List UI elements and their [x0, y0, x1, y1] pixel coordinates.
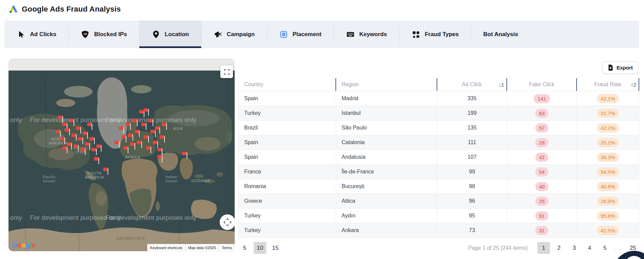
map-flag-marker[interactable] — [155, 126, 160, 134]
fraud-rate-badge: 31.7% — [597, 109, 619, 118]
page-title: Google Ads Fraud Analysis — [22, 5, 121, 14]
fake-click-badge: 28 — [535, 138, 549, 147]
column-header-fake-click[interactable]: Fake Click — [507, 78, 577, 91]
map-flag-marker[interactable] — [130, 142, 136, 150]
map-flag-marker[interactable] — [56, 130, 61, 137]
fake-click-badge: 63 — [535, 109, 549, 118]
ad-click-cell: 199 — [468, 110, 477, 116]
keyboard-shortcuts-link[interactable]: Keyboard shortcuts — [147, 244, 185, 251]
map-flag-marker[interactable] — [83, 132, 88, 139]
map-flag-marker[interactable] — [114, 141, 120, 148]
map-flag-marker[interactable] — [128, 134, 133, 141]
map-flag-marker[interactable] — [146, 146, 152, 154]
page-2[interactable]: 2 — [553, 242, 565, 254]
country-cell: France — [244, 169, 261, 175]
page-1[interactable]: 1 — [537, 242, 550, 254]
page-size-15[interactable]: 15 — [269, 242, 282, 254]
shield-icon: 123 — [81, 30, 90, 39]
fraud-rate-badge: 39.3% — [597, 153, 619, 162]
google-map[interactable]: NORTH AMERICA SOUTH AMERICA ASIA AFRICA … — [9, 71, 235, 251]
page-navigator: Page 1 of 25 (244 items) 12345...25 — [468, 242, 639, 254]
map-flag-marker[interactable] — [94, 157, 99, 165]
map-flag-marker[interactable] — [141, 123, 147, 130]
google-maps-logo[interactable]: Google — [12, 241, 35, 249]
column-header-ad-click[interactable]: Ad Click↓1 — [437, 78, 507, 91]
map-flag-marker[interactable] — [58, 116, 63, 123]
map-flag-marker[interactable] — [148, 119, 154, 126]
export-button[interactable]: Export — [602, 61, 638, 74]
map-pan-control[interactable] — [220, 214, 235, 230]
map-flag-marker[interactable] — [65, 128, 70, 136]
map-data-label: Map data ©2025 — [185, 244, 219, 251]
map-fullscreen-button[interactable] — [220, 65, 233, 78]
map-flag-marker[interactable] — [90, 137, 95, 144]
map-flag-marker[interactable] — [132, 119, 138, 126]
pagination-info: Page 1 of 25 (244 items) — [468, 245, 528, 251]
map-flag-marker[interactable] — [87, 123, 93, 130]
map-flag-marker[interactable] — [76, 126, 81, 134]
map-flag-marker[interactable] — [74, 144, 79, 152]
map-flag-marker[interactable] — [121, 135, 127, 143]
map-label-pacific-ocean: Pacific Ocean — [40, 175, 59, 183]
map-flag-marker[interactable] — [153, 141, 158, 148]
page-4[interactable]: 4 — [583, 242, 596, 254]
map-flag-marker[interactable] — [60, 137, 65, 144]
map-flag-marker[interactable] — [119, 126, 124, 134]
tab-ad-clicks[interactable]: Ad Clicks — [4, 20, 68, 48]
map-flag-marker[interactable] — [62, 146, 68, 154]
map-flag-marker[interactable] — [157, 155, 163, 163]
fullscreen-icon — [224, 69, 230, 75]
map-flag-marker[interactable] — [137, 141, 142, 148]
table-row: RomaniaBucurești984040.8% — [239, 179, 639, 194]
tab-bar: Ad Clicks123Blocked IPsLocationCampaignP… — [4, 20, 639, 48]
map-flag-marker[interactable] — [72, 134, 77, 141]
map-flag-marker[interactable] — [157, 148, 163, 155]
tab-bot-analysis[interactable]: Bot Analysis — [471, 20, 530, 48]
column-header-region[interactable]: Region — [336, 78, 437, 91]
region-cell: Catalonia — [342, 139, 365, 146]
tab-keywords[interactable]: Keywords — [334, 20, 399, 48]
tab-placement[interactable]: Placement — [267, 20, 334, 48]
keyboard-icon — [346, 30, 355, 39]
column-header-country[interactable]: Country — [239, 78, 336, 91]
map-flag-marker[interactable] — [144, 135, 149, 143]
map-flag-marker[interactable] — [103, 168, 109, 175]
fraud-rate-badge: 95.8% — [597, 211, 619, 220]
map-card[interactable]: NORTH AMERICA SOUTH AMERICA ASIA AFRICA … — [9, 59, 235, 251]
map-flag-marker[interactable] — [144, 108, 149, 116]
map-flag-marker[interactable] — [182, 152, 188, 159]
region-cell: Madrid — [342, 95, 358, 102]
map-flag-marker[interactable] — [126, 123, 131, 130]
pagination-bar: 51015 Page 1 of 25 (244 items) 12345...2… — [238, 242, 639, 254]
fraud-rate-badge: 25.2% — [597, 138, 619, 147]
map-flag-marker[interactable] — [123, 146, 129, 154]
fake-click-badge: 42 — [535, 153, 549, 162]
map-flag-marker[interactable] — [135, 130, 140, 137]
tab-location[interactable]: Location — [139, 20, 201, 48]
tab-label: Keywords — [359, 31, 387, 38]
tab-blocked-ips[interactable]: 123Blocked IPs — [68, 20, 139, 48]
sort-indicator: ↑2 — [631, 82, 636, 88]
page-3[interactable]: 3 — [568, 242, 581, 254]
map-flag-marker[interactable] — [69, 119, 75, 126]
ad-click-cell: 99 — [469, 169, 475, 175]
tab-fraud-types[interactable]: Fraud Types — [399, 20, 471, 48]
fake-click-badge: 141 — [534, 94, 550, 103]
map-watermark: s only — [9, 116, 22, 124]
map-label-indian-ocean: Indian Ocean — [162, 175, 181, 183]
page-size-5[interactable]: 5 — [238, 242, 251, 254]
column-header-fraud-rate[interactable]: Fraud Rate↑2 — [577, 78, 639, 91]
cursor-icon — [17, 30, 26, 39]
page-5[interactable]: 5 — [599, 242, 611, 254]
terms-link[interactable]: Terms — [219, 244, 235, 251]
fraud-rate-badge: 26.0% — [597, 197, 619, 206]
map-flag-marker[interactable] — [96, 144, 102, 152]
map-label-south-america: SOUTH AMERICA — [83, 171, 105, 179]
map-flag-marker[interactable] — [160, 135, 165, 143]
pagination-ellipsis: ... — [614, 245, 624, 252]
tab-campaign[interactable]: Campaign — [201, 20, 267, 48]
map-flag-marker[interactable] — [162, 123, 167, 130]
page-size-10[interactable]: 10 — [254, 242, 266, 254]
region-cell: Istanbul — [342, 110, 361, 116]
map-label-oceania: OCEANIA — [185, 179, 216, 183]
